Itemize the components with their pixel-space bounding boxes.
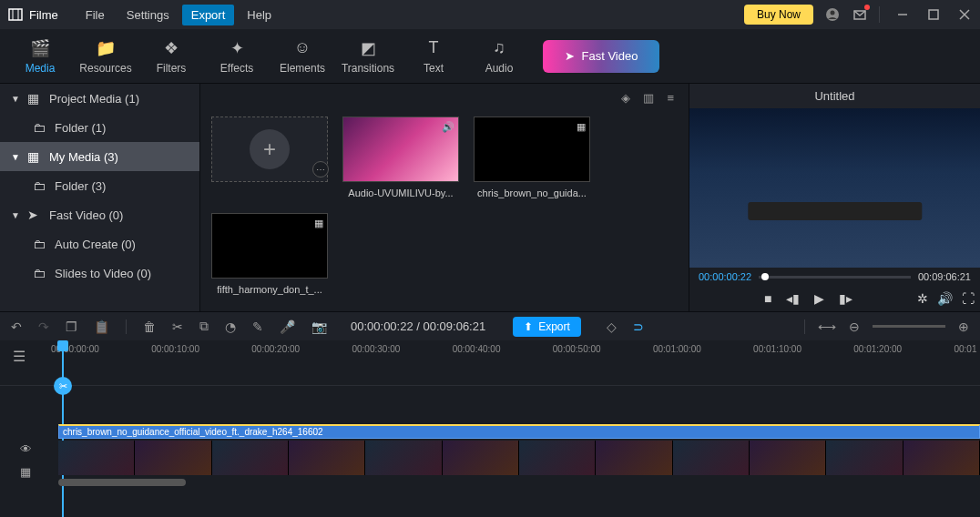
tab-filters[interactable]: ❖Filters — [138, 31, 204, 82]
columns-icon[interactable]: ▥ — [643, 91, 654, 105]
undo-icon[interactable]: ↶ — [11, 319, 22, 334]
window-controls — [894, 6, 973, 23]
maximize-icon[interactable] — [925, 6, 942, 23]
redo-icon[interactable]: ↷ — [38, 319, 49, 334]
preview-seek: 00:00:00:22 00:09:06:21 — [689, 268, 980, 286]
media-icon: 🎬 — [30, 38, 50, 58]
stop-icon[interactable]: ■ — [764, 291, 771, 306]
titlebar: Filme File Settings Export Help Buy Now — [0, 0, 980, 29]
tab-resources[interactable]: 📁Resources — [73, 31, 138, 82]
tree-project-media[interactable]: ▼▦Project Media (1) — [0, 84, 199, 113]
film-icon: ▦ — [314, 218, 323, 229]
clip-thumbnails — [58, 441, 980, 475]
prev-frame-icon[interactable]: ◂▮ — [786, 291, 800, 306]
timeline: ☰ 00:00:00:00 00:00:10:00 00:00:20:00 00… — [0, 340, 980, 486]
close-icon[interactable] — [956, 6, 973, 23]
zoom-slider[interactable] — [873, 325, 945, 328]
menu-bar: File Settings Export Help — [77, 5, 281, 25]
divider — [879, 6, 880, 23]
menu-help[interactable]: Help — [238, 5, 281, 25]
main-toolbar: 🎬Media 📁Resources ❖Filters ✦Effects ☺Ele… — [0, 29, 980, 84]
total-time: 00:09:06:21 — [918, 271, 971, 282]
media-sidebar: ▼▦Project Media (1) 🗀Folder (1) ▼▦My Med… — [0, 84, 200, 311]
folder-icon: 🗀 — [33, 266, 47, 280]
svg-rect-7 — [929, 10, 938, 19]
tree-my-folder[interactable]: 🗀Folder (3) — [0, 171, 199, 200]
tree-my-media[interactable]: ▼▦My Media (3) — [0, 142, 199, 171]
panel-view-controls: ◈ ▥ ≡ — [621, 91, 674, 105]
track-body[interactable]: chris_brown_no_guidance_official_video_f… — [51, 386, 980, 486]
tab-effects[interactable]: ✦Effects — [204, 31, 270, 82]
upload-icon: ⬆ — [524, 320, 533, 333]
crop-icon[interactable]: ⧉ — [199, 319, 209, 334]
settings-icon[interactable]: ✲ — [917, 291, 928, 306]
inbox-icon[interactable] — [852, 6, 868, 23]
buy-now-button[interactable]: Buy Now — [744, 5, 813, 25]
tab-audio[interactable]: ♫Audio — [466, 31, 532, 82]
next-frame-icon[interactable]: ▮▸ — [839, 291, 852, 306]
fast-video-button[interactable]: ➤Fast Video — [543, 40, 659, 73]
main-area: ▼▦Project Media (1) 🗀Folder (1) ▼▦My Med… — [0, 84, 980, 311]
sound-icon: 🔊 — [442, 121, 454, 133]
delete-icon[interactable]: 🗑 — [143, 319, 156, 334]
effects-icon: ✦ — [230, 38, 244, 58]
hamburger-icon[interactable]: ☰ — [13, 348, 26, 365]
film-track-icon[interactable]: ▦ — [20, 465, 31, 479]
mic-icon[interactable]: 🎤 — [280, 319, 295, 334]
play-icon[interactable]: ▶ — [814, 291, 824, 306]
split-icon[interactable]: ✂ — [172, 319, 183, 334]
tab-transitions[interactable]: ◩Transitions — [335, 31, 401, 82]
user-icon[interactable] — [824, 6, 841, 23]
divider — [126, 319, 127, 334]
audio-icon: ♫ — [493, 38, 505, 58]
media-item-video1[interactable]: ▦ chris_brown_no_guida... — [474, 117, 590, 198]
export-button[interactable]: ⬆Export — [513, 317, 581, 337]
more-icon[interactable]: ⋯ — [312, 161, 329, 177]
copy-icon[interactable]: ❐ — [66, 319, 77, 334]
layers-icon[interactable]: ◈ — [621, 91, 630, 105]
paste-icon[interactable]: 📋 — [94, 319, 109, 334]
pen-icon[interactable]: ✎ — [252, 319, 263, 334]
tree-project-folder[interactable]: 🗀Folder (1) — [0, 113, 199, 142]
svg-rect-0 — [9, 9, 22, 20]
visibility-icon[interactable]: 👁 — [20, 442, 32, 456]
horizontal-scrollbar[interactable] — [58, 479, 186, 486]
fit-icon[interactable]: ⟷ — [818, 319, 836, 334]
fast-icon: ➤ — [27, 208, 42, 222]
seek-bar[interactable] — [759, 276, 911, 279]
film-icon: ▦ — [577, 121, 586, 133]
media-item-video2[interactable]: ▦ fifth_harmony_don_t_... — [211, 213, 328, 295]
add-media-item[interactable]: +⋯ — [211, 117, 328, 198]
folder-icon: 🗀 — [33, 120, 47, 135]
seek-handle[interactable] — [761, 273, 769, 280]
playhead-handle[interactable] — [57, 340, 68, 351]
minimize-icon[interactable] — [894, 6, 911, 23]
camera-icon[interactable]: 📷 — [311, 319, 327, 334]
grid-icon: ▦ — [27, 91, 42, 106]
sort-icon[interactable]: ≡ — [667, 91, 674, 105]
menu-export[interactable]: Export — [182, 5, 235, 25]
tab-text[interactable]: TText — [401, 31, 466, 82]
tag-icon[interactable]: ◇ — [607, 319, 617, 334]
tree-fast-video[interactable]: ▼➤Fast Video (0) — [0, 200, 199, 229]
track-header: 👁 ▦ — [0, 386, 51, 486]
tab-media[interactable]: 🎬Media — [7, 31, 73, 82]
timeline-ruler[interactable]: ☰ 00:00:00:00 00:00:10:00 00:00:20:00 00… — [0, 340, 980, 386]
preview-video[interactable] — [689, 108, 980, 268]
zoom-out-icon[interactable]: ⊖ — [849, 319, 860, 334]
magnet-icon[interactable]: ⊃ — [633, 319, 644, 334]
filters-icon: ❖ — [164, 38, 179, 58]
tab-elements[interactable]: ☺Elements — [270, 31, 335, 82]
tree-auto-create[interactable]: 🗀Auto Create (0) — [0, 229, 199, 258]
menu-file[interactable]: File — [77, 5, 114, 25]
tree-slides-to-video[interactable]: 🗀Slides to Video (0) — [0, 258, 199, 288]
zoom-in-icon[interactable]: ⊕ — [958, 319, 969, 334]
fullscreen-icon[interactable]: ⛶ — [962, 291, 975, 306]
media-item-audio[interactable]: 🔊 Audio-UVUMILIVU-by... — [342, 117, 459, 198]
menu-settings[interactable]: Settings — [117, 5, 179, 25]
volume-icon[interactable]: 🔊 — [937, 291, 953, 306]
video-clip[interactable]: chris_brown_no_guidance_official_video_f… — [58, 424, 980, 439]
speed-icon[interactable]: ◔ — [225, 319, 236, 334]
preview-title: Untitled — [689, 84, 980, 108]
plus-icon: + — [250, 129, 290, 169]
